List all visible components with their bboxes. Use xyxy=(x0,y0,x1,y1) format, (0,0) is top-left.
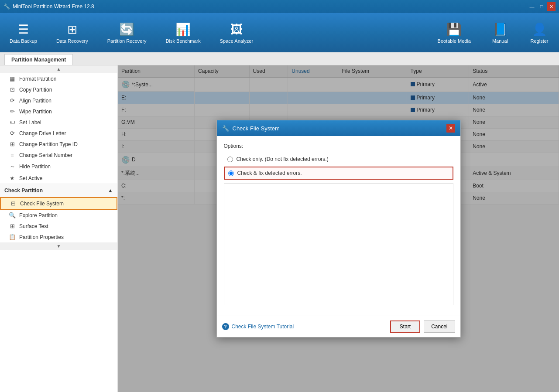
data-recovery-label: Data Recovery xyxy=(56,38,88,44)
register-icon: 👤 xyxy=(532,22,547,37)
sidebar-scroll-down[interactable]: ▼ xyxy=(0,242,117,250)
set-label-icon: 🏷 xyxy=(9,119,16,126)
sidebar-item-partition-properties[interactable]: 📋 Partition Properties xyxy=(0,232,117,242)
toolbar-data-backup[interactable]: ☰ Data Backup xyxy=(4,19,42,47)
partition-recovery-label: Partition Recovery xyxy=(107,38,147,44)
explore-partition-label: Explore Partition xyxy=(19,212,58,218)
main-layout: ▲ ▦ Format Partition ⊡ Copy Partition ⟳ … xyxy=(0,65,559,392)
disk-benchmark-icon: 📊 xyxy=(175,22,191,37)
dialog-content-area xyxy=(224,183,453,305)
dialog-option-check-only[interactable]: Check only. (Do not fix detected errors.… xyxy=(224,153,453,165)
dialog-title-bar: 🔧 Check File System ✕ xyxy=(217,120,460,136)
dialog-footer: ? Check File System Tutorial Start Cance… xyxy=(217,316,460,337)
hide-partition-icon: ～ xyxy=(9,163,16,170)
toolbar-space-analyzer[interactable]: 🖼 Space Analyzer xyxy=(215,19,258,47)
sidebar-item-format-partition[interactable]: ▦ Format Partition xyxy=(0,73,117,84)
sidebar-item-align-partition[interactable]: ⟳ Align Partition xyxy=(0,95,117,106)
start-button[interactable]: Start xyxy=(390,320,420,333)
set-label-label: Set Label xyxy=(19,119,41,126)
change-drive-letter-icon: ⟳ xyxy=(9,130,16,136)
copy-partition-icon: ⊡ xyxy=(9,86,16,93)
hide-partition-label: Hide Partition xyxy=(19,164,51,170)
check-only-radio[interactable] xyxy=(227,157,233,162)
dialog-icon: 🔧 xyxy=(222,125,229,132)
check-file-system-dialog: 🔧 Check File System ✕ Options: Check onl… xyxy=(216,120,461,337)
sidebar-item-change-partition-type[interactable]: ⊞ Change Partition Type ID xyxy=(0,139,117,150)
dialog-options-label: Options: xyxy=(224,143,453,149)
change-drive-letter-label: Change Drive Letter xyxy=(19,130,66,136)
toolbar-bootable-media[interactable]: 💾 Bootable Media xyxy=(432,19,476,47)
toolbar-disk-benchmark[interactable]: 📊 Disk Benchmark xyxy=(161,19,206,47)
sidebar-item-wipe-partition[interactable]: ✏ Wipe Partition xyxy=(0,106,117,117)
dialog-overlay: 🔧 Check File System ✕ Options: Check onl… xyxy=(118,65,559,392)
explore-partition-icon: 🔍 xyxy=(9,212,16,218)
sidebar-item-check-file-system[interactable]: ⊟ Check File System xyxy=(0,197,117,210)
toolbar-manual[interactable]: 📘 Manual xyxy=(485,19,515,47)
check-only-label[interactable]: Check only. (Do not fix detected errors.… xyxy=(237,156,329,162)
format-partition-label: Format Partition xyxy=(19,76,56,82)
tab-bar: Partition Management xyxy=(0,52,559,65)
surface-test-label: Surface Test xyxy=(19,223,48,229)
dialog-title-left: 🔧 Check File System xyxy=(222,125,280,132)
sidebar-item-surface-test[interactable]: ⊞ Surface Test xyxy=(0,221,117,232)
change-serial-icon: ≡ xyxy=(9,152,16,158)
sidebar-item-explore-partition[interactable]: 🔍 Explore Partition xyxy=(0,210,117,221)
sidebar-item-copy-partition[interactable]: ⊡ Copy Partition xyxy=(0,84,117,95)
dialog-close-button[interactable]: ✕ xyxy=(446,124,455,133)
content-area: Partition Capacity Used Unused File Syst… xyxy=(118,65,559,392)
toolbar-partition-recovery[interactable]: 🔄 Partition Recovery xyxy=(102,19,152,47)
space-analyzer-label: Space Analyzer xyxy=(220,38,253,44)
check-partition-section-header[interactable]: Check Partition ▲ xyxy=(0,184,117,197)
check-file-system-icon: ⊟ xyxy=(10,200,17,207)
check-fix-label[interactable]: Check & fix detected errors. xyxy=(237,170,302,176)
sidebar-item-change-serial[interactable]: ≡ Change Serial Number xyxy=(0,150,117,160)
sidebar-item-set-label[interactable]: 🏷 Set Label xyxy=(0,117,117,128)
toolbar-register[interactable]: 👤 Register xyxy=(524,19,555,47)
surface-test-icon: ⊞ xyxy=(9,223,16,229)
wipe-partition-label: Wipe Partition xyxy=(19,109,52,115)
sidebar-scroll-up[interactable]: ▲ xyxy=(0,65,117,73)
toolbar-right: 💾 Bootable Media 📘 Manual 👤 Register xyxy=(432,19,555,47)
disk-benchmark-label: Disk Benchmark xyxy=(166,38,201,44)
align-partition-label: Align Partition xyxy=(19,98,51,104)
bootable-media-icon: 💾 xyxy=(446,22,462,37)
sidebar-item-set-active[interactable]: ★ Set Active xyxy=(0,173,117,184)
toolbar-data-recovery[interactable]: ⊞ Data Recovery xyxy=(51,19,93,47)
close-button[interactable]: ✕ xyxy=(547,2,556,11)
title-bar-controls: — □ ✕ xyxy=(528,2,556,11)
partition-properties-label: Partition Properties xyxy=(19,234,64,240)
tutorial-link[interactable]: Check File System Tutorial xyxy=(232,324,294,330)
bootable-media-label: Bootable Media xyxy=(438,38,471,44)
dialog-option-check-fix[interactable]: Check & fix detected errors. xyxy=(224,167,453,180)
check-fix-radio[interactable] xyxy=(228,170,234,176)
check-partition-label: Check Partition xyxy=(4,187,43,194)
title-bar-left: 🔧 MiniTool Partition Wizard Free 12.8 xyxy=(3,3,94,10)
data-backup-label: Data Backup xyxy=(10,38,37,44)
copy-partition-label: Copy Partition xyxy=(19,87,52,93)
check-file-system-label: Check File System xyxy=(20,201,64,207)
maximize-button[interactable]: □ xyxy=(537,2,546,11)
sidebar-item-hide-partition[interactable]: ～ Hide Partition xyxy=(0,160,117,173)
dialog-footer-left: ? Check File System Tutorial xyxy=(222,323,294,330)
title-bar: 🔧 MiniTool Partition Wizard Free 12.8 — … xyxy=(0,0,559,13)
set-active-label: Set Active xyxy=(19,175,42,181)
cancel-button[interactable]: Cancel xyxy=(424,320,455,333)
dialog-body: Options: Check only. (Do not fix detecte… xyxy=(217,136,460,316)
tab-partition-management[interactable]: Partition Management xyxy=(4,54,73,65)
app-title: MiniTool Partition Wizard Free 12.8 xyxy=(13,3,94,10)
register-label: Register xyxy=(531,38,549,44)
set-active-icon: ★ xyxy=(9,175,16,181)
help-icon: ? xyxy=(222,323,229,330)
space-analyzer-icon: 🖼 xyxy=(230,22,243,37)
align-partition-icon: ⟳ xyxy=(9,97,16,104)
sidebar-item-change-drive-letter[interactable]: ⟳ Change Drive Letter xyxy=(0,128,117,139)
minimize-button[interactable]: — xyxy=(528,2,536,11)
partition-properties-icon: 📋 xyxy=(9,234,16,240)
app-icon: 🔧 xyxy=(3,3,10,10)
partition-recovery-icon: 🔄 xyxy=(119,22,134,37)
change-partition-type-label: Change Partition Type ID xyxy=(19,141,78,147)
dialog-title: Check File System xyxy=(233,125,280,132)
data-backup-icon: ☰ xyxy=(18,22,29,37)
manual-icon: 📘 xyxy=(493,22,508,37)
change-partition-type-icon: ⊞ xyxy=(9,141,16,147)
